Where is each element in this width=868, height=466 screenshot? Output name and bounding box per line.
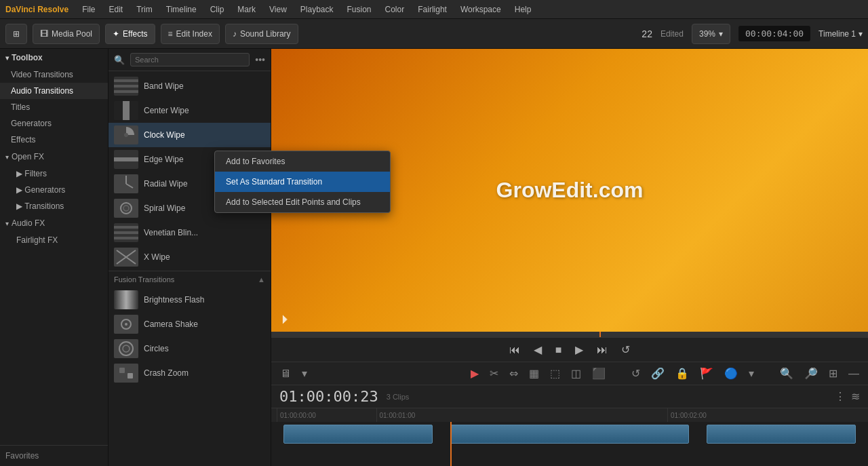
play-button[interactable]: ▶ [571,342,587,357]
timeline-clips-info: 3 Clips [387,393,410,401]
select-tool-button[interactable]: ▶ [467,365,482,382]
toolbar-right: 22 Edited 39% ▾ 00:00:04:00 Timeline 1 ▾ [642,24,863,44]
menu-clip[interactable]: Clip [208,3,227,16]
go-to-end-button[interactable]: ⏭ [593,343,612,357]
effects-list: Band Wipe Center Wipe Clock Wipe Edge [108,71,271,466]
stop-button[interactable]: ■ [551,343,566,357]
add-to-selected-menu-item[interactable]: Add to Selected Edit Points and Clips [215,192,390,212]
grid-toggle-button[interactable]: ⊞ [5,24,27,44]
more-options-icon[interactable]: ••• [255,54,265,65]
replace-tool-button[interactable]: ⬛ [589,365,609,382]
timeline-tracks[interactable] [271,422,868,466]
menu-workspace[interactable]: Workspace [458,3,504,16]
insert-tool-button[interactable]: ⬚ [547,365,564,382]
brightness-flash-thumb [114,290,138,309]
razor-tool-button[interactable]: ▦ [526,365,542,382]
timeline-clip[interactable] [450,425,689,444]
media-pool-button[interactable]: 🎞 Media Pool [33,24,100,44]
fairlight-fx-item[interactable]: Fairlight FX [0,232,108,248]
audio-transitions-item[interactable]: Audio Transitions [0,83,108,99]
menu-file[interactable]: File [79,3,98,16]
search-input[interactable] [130,53,250,66]
effect-label: Camera Shake [144,319,198,329]
titles-item[interactable]: Titles [0,99,108,115]
go-to-start-button[interactable]: ⏮ [505,343,524,357]
svg-point-13 [125,323,127,326]
color-flag-button[interactable]: 🔵 [721,365,741,382]
lock-button[interactable]: 🔒 [672,365,692,382]
list-item[interactable]: Camera Shake [108,312,271,336]
menu-timeline[interactable]: Timeline [163,3,199,16]
ripple-delete-button[interactable]: ↺ [628,365,644,382]
blade-tool-button[interactable]: ✂ [486,365,502,382]
snap-icon[interactable]: ⋮ [835,390,846,403]
effect-label: Band Wipe [144,81,184,91]
effect-label: Venetian Blin... [144,228,198,237]
list-item[interactable]: Circles [108,336,271,361]
minus-button[interactable]: — [845,366,863,382]
link-button[interactable]: 🔗 [648,365,668,382]
list-item[interactable]: Crash Zoom [108,361,271,385]
menu-color[interactable]: Color [382,3,408,16]
menu-mark[interactable]: Mark [235,3,258,16]
list-item[interactable]: Clock Wipe [108,123,271,147]
transitions-item[interactable]: ▶ Transitions [0,198,108,214]
timeline-clip[interactable] [707,425,856,444]
zoom-fit-button[interactable]: ⊞ [825,365,841,382]
slip-tool-button[interactable]: ⇔ [506,365,521,382]
menu-edit[interactable]: Edit [106,3,126,16]
snap2-icon[interactable]: ≋ [851,390,860,403]
toolbox-header[interactable]: ▾ Toolbox [0,49,108,66]
menu-trim[interactable]: Trim [134,3,155,16]
loop-button[interactable]: ↺ [617,342,634,357]
effects-item[interactable]: Effects [0,132,108,148]
camera-shake-thumb [114,315,138,334]
edit-index-button[interactable]: ≡ Edit Index [161,24,220,44]
playhead-marker [599,332,601,337]
set-standard-transition-menu-item[interactable]: Set As Standard Transition [215,172,390,192]
list-item[interactable]: Brightness Flash [108,288,271,312]
chevron-down-edit-icon[interactable]: ▾ [298,365,311,382]
video-transitions-item[interactable]: Video Transitions [0,66,108,83]
timeline-clip[interactable] [283,425,433,444]
generators2-item[interactable]: ▶ Generators [0,182,108,198]
effects-search-bar: 🔍 ••• [108,49,271,71]
audio-fx-header[interactable]: ▾ Audio FX [0,214,108,232]
menu-help[interactable]: Help [512,3,534,16]
flag-button[interactable]: 🚩 [696,365,717,382]
radial-wipe-thumb [114,174,138,193]
chevron-down-flag-icon[interactable]: ▾ [745,365,757,382]
timeline-selector[interactable]: Timeline 1 ▾ [818,29,863,39]
monitor-icon[interactable]: 🖥 [277,366,294,382]
open-fx-header[interactable]: ▾ Open FX [0,148,108,166]
ruler-mark: 01:00:00:00 [277,408,376,422]
timeline-playhead [450,422,452,466]
effects-button[interactable]: ✦ Effects [105,24,155,44]
context-menu: Add to Favorites Set As Standard Transit… [214,151,391,213]
audio-fx-arrow-icon: ▾ [5,220,9,227]
list-item[interactable]: Venetian Blin... [108,220,271,245]
zoom-out-button[interactable]: 🔍 [776,365,797,382]
filters-item[interactable]: ▶ Filters [0,166,108,182]
zoom-in-button[interactable]: 🔎 [801,365,821,382]
preview-play-overlay-icon[interactable]: ⏵ [279,312,292,326]
timeline-scrubber[interactable] [271,332,868,337]
list-item[interactable]: X Wipe [108,245,271,269]
menu-fairlight[interactable]: Fairlight [415,3,450,16]
overwrite-tool-button[interactable]: ◫ [568,365,585,382]
effect-label: Crash Zoom [144,368,189,378]
timeline-ruler: 01:00:00:00 01:00:01:00 01:00:02:00 [271,408,868,422]
edit-index-icon: ≡ [168,29,173,39]
add-to-favorites-menu-item[interactable]: Add to Favorites [215,151,390,172]
sound-library-button[interactable]: ♪ Sound Library [225,24,298,44]
prev-frame-button[interactable]: ◀ [530,342,546,357]
zoom-selector[interactable]: 39% ▾ [692,24,730,44]
list-item[interactable]: Center Wipe [108,98,271,123]
generators-item[interactable]: Generators [0,115,108,132]
menu-playback[interactable]: Playback [298,3,336,16]
list-item[interactable]: Band Wipe [108,74,271,98]
fusion-section-collapse-icon[interactable]: ▲ [258,275,265,284]
menu-view[interactable]: View [267,3,290,16]
timeline-timecode: 01:00:00:23 [279,388,378,405]
menu-fusion[interactable]: Fusion [344,3,374,16]
